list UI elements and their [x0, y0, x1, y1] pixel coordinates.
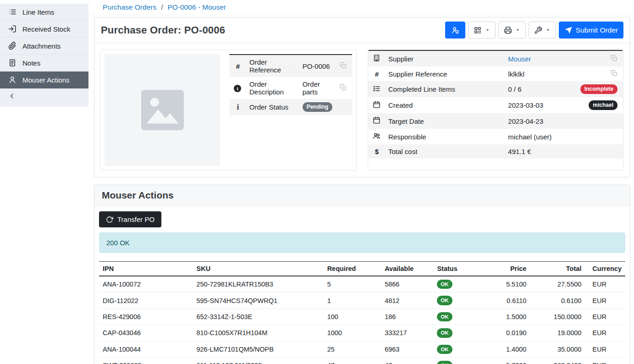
sidebar-item-received-stock[interactable]: Received Stock	[0, 21, 88, 38]
calendar-icon	[373, 101, 380, 109]
page-header: Purchase Order: PO-0006 Submit Order	[94, 17, 630, 43]
breadcrumb-link[interactable]: PO-0006 - Mouser	[167, 3, 226, 11]
transfer-po-button[interactable]: Transfer PO	[99, 211, 161, 227]
cell-currency: EUR	[585, 357, 625, 364]
user-icon	[8, 76, 17, 84]
detail-row-supplier-reference: #Supplier Referencelklklkl	[368, 66, 623, 81]
cell-available: 333217	[381, 325, 433, 341]
detail-value: lklklkl	[504, 66, 576, 81]
detail-extra: michael	[577, 97, 623, 113]
ok-badge: OK	[437, 280, 452, 289]
column-header-required: Required	[324, 262, 381, 276]
detail-label: Supplier	[385, 50, 504, 66]
sidebar-item-mouser-actions[interactable]: Mouser Actions	[0, 72, 88, 88]
cell-available: 47	[381, 357, 433, 364]
supplier-link[interactable]: Mouser	[508, 55, 531, 63]
cell-ipn: SWT-200005	[99, 357, 193, 364]
hash-icon: #	[234, 62, 242, 70]
header-actions: Submit Order	[445, 22, 623, 39]
cell-status: OK	[433, 357, 480, 364]
cell-total: 0.6100	[530, 292, 585, 309]
detail-label: Order Status	[246, 99, 299, 115]
sidebar-collapse-button[interactable]	[0, 88, 88, 107]
submit-order-button[interactable]: Submit Order	[559, 22, 623, 39]
mouser-items-table: IPNSKURequiredAvailableStatusPriceTotalC…	[99, 261, 625, 364]
column-header-status: Status	[433, 262, 480, 276]
ok-badge: OK	[437, 296, 452, 305]
cell-status: OK	[433, 325, 480, 341]
items-table-head: IPNSKURequiredAvailableStatusPriceTotalC…	[99, 262, 625, 276]
detail-row-total-cost: $Total cost491.1 €	[368, 144, 623, 159]
note-icon	[8, 59, 17, 67]
ok-badge: OK	[437, 361, 452, 364]
info-filled-icon: i	[234, 85, 241, 92]
receive-icon	[8, 25, 17, 33]
copy-icon[interactable]	[611, 55, 617, 61]
order-image-placeholder[interactable]	[105, 54, 220, 166]
detail-row-completed-line-items: Completed Line Items0 / 6Incomplete	[368, 81, 623, 97]
sidebar-item-notes[interactable]: Notes	[0, 55, 88, 72]
detail-value: Mouser	[504, 50, 576, 66]
sidebar-item-line-items[interactable]: Line Items	[0, 4, 88, 21]
calendar-icon	[373, 116, 380, 124]
detail-extra: Incomplete	[577, 81, 623, 97]
breadcrumb-link[interactable]: Purchase Orders	[103, 3, 156, 11]
barcode-actions-button[interactable]	[468, 22, 496, 39]
status-badge: Pending	[303, 102, 332, 112]
cell-price: 5.7200	[480, 357, 530, 364]
column-header-total: Total	[530, 262, 585, 276]
cell-required: 1000	[324, 325, 381, 341]
copy-icon[interactable]	[611, 70, 617, 77]
sidebar-item-label: Notes	[22, 59, 40, 67]
cell-price: 0.6110	[480, 292, 530, 309]
detail-label: Target Date	[385, 113, 504, 129]
detail-value: 2023-03-03	[504, 97, 576, 113]
cell-required: 47	[324, 357, 381, 364]
detail-label: Order Description	[246, 77, 299, 99]
order-actions-button[interactable]	[529, 22, 556, 39]
column-header-ipn: IPN	[99, 262, 193, 276]
cell-price: 1.4000	[480, 341, 530, 357]
order-summary-card: #Order ReferencePO-0006iOrder Descriptio…	[100, 50, 357, 171]
detail-row-created: Created2023-03-03michael	[368, 97, 623, 113]
cell-sku: 652-3314Z-1-503E	[193, 309, 323, 325]
detail-value: 0 / 6	[504, 81, 576, 97]
cell-required: 100	[324, 309, 381, 325]
user-shield-icon	[451, 26, 459, 34]
cell-required: 5	[324, 276, 381, 292]
detail-row-order-status: iOrder StatusPending	[229, 99, 352, 115]
sidebar: Line ItemsReceived StockAttachmentsNotes…	[0, 0, 88, 364]
supplier-details-card: SupplierMouser#Supplier Referencelklklkl…	[368, 50, 623, 171]
cell-available: 5866	[381, 276, 433, 292]
detail-extra	[577, 129, 623, 144]
transfer-po-label: Transfer PO	[117, 215, 154, 223]
cell-sku: 250-72981KLRATR150B3	[193, 276, 323, 292]
print-actions-button[interactable]	[498, 22, 526, 39]
column-header-available: Available	[381, 262, 433, 276]
cell-ipn: CAP-043046	[99, 325, 193, 341]
cell-currency: EUR	[585, 276, 625, 292]
detail-extra	[336, 99, 352, 115]
sidebar-item-attachments[interactable]: Attachments	[0, 38, 88, 55]
supplier-details-table: SupplierMouser#Supplier Referencelklklkl…	[368, 50, 623, 159]
cell-currency: EUR	[585, 292, 625, 309]
detail-extra	[336, 77, 352, 99]
status-alert: 200 OK	[99, 232, 625, 253]
column-header-price: Price	[480, 262, 530, 276]
ok-badge: OK	[437, 328, 452, 337]
ok-badge: OK	[437, 345, 452, 354]
image-placeholder-icon	[140, 89, 185, 131]
user-actions-button[interactable]	[445, 22, 465, 39]
detail-row-order-description: iOrder DescriptionOrder parts	[229, 77, 352, 99]
panel-title: Mouser Actions	[94, 185, 630, 206]
mouser-actions-panel: Mouser Actions Transfer PO 200 OK IPNSKU…	[94, 185, 630, 364]
cell-price: 0.0190	[480, 325, 530, 341]
cell-ipn: ANA-100044	[99, 341, 193, 357]
chevron-left-icon	[8, 92, 16, 100]
copy-icon[interactable]	[340, 62, 347, 69]
cell-sku: 810-C1005X7R1H104M	[193, 325, 323, 341]
purchase-order-card: Purchase Order: PO-0006 Submit Order	[94, 17, 630, 177]
table-row: DIG-112022595-SN74HCS74QPWRQ114812OK0.61…	[99, 292, 625, 309]
users-icon	[373, 132, 380, 140]
copy-icon[interactable]	[340, 84, 347, 91]
